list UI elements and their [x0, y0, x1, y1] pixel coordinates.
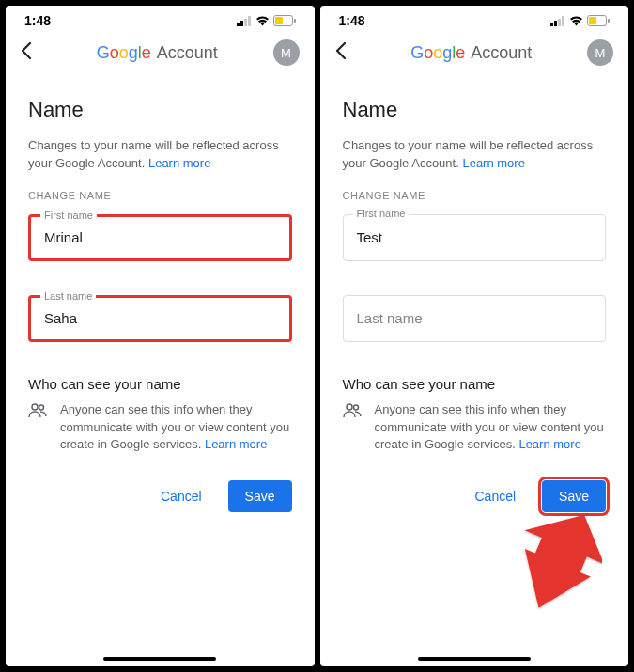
cancel-button[interactable]: Cancel	[151, 481, 211, 511]
who-row: Anyone can see this info when they commu…	[28, 401, 292, 455]
svg-rect-11	[558, 19, 561, 26]
last-name-field[interactable]: Last name	[28, 295, 292, 342]
page-description: Changes to your name will be reflected a…	[343, 137, 607, 173]
who-learn-more-link[interactable]: Learn more	[518, 437, 580, 451]
first-name-label: First name	[40, 210, 97, 221]
status-bar: 1:48	[320, 6, 629, 32]
svg-rect-0	[237, 23, 240, 26]
status-time: 1:48	[24, 13, 51, 28]
signal-icon	[237, 16, 252, 26]
brand-title: Google Account	[356, 43, 588, 63]
battery-icon	[273, 15, 296, 26]
content: Name Changes to your name will be reflec…	[6, 75, 315, 512]
svg-rect-6	[294, 19, 296, 23]
actions: Cancel Save	[343, 480, 607, 512]
wifi-icon	[569, 16, 583, 26]
status-time: 1:48	[339, 13, 365, 28]
svg-rect-10	[554, 21, 557, 26]
back-button[interactable]	[21, 42, 41, 63]
page-title: Name	[343, 98, 607, 122]
brand-title: Google Account	[41, 43, 273, 63]
home-indicator	[103, 657, 216, 661]
svg-point-16	[347, 404, 352, 410]
section-label: CHANGE NAME	[343, 190, 607, 201]
status-icons	[550, 15, 610, 26]
svg-rect-9	[550, 23, 553, 26]
learn-more-link[interactable]: Learn more	[462, 156, 524, 170]
save-button[interactable]: Save	[228, 480, 292, 512]
pointer-arrow-icon	[508, 508, 602, 612]
actions: Cancel Save	[28, 480, 292, 512]
signal-icon	[550, 16, 565, 26]
svg-point-8	[39, 405, 44, 410]
last-name-label: Last name	[40, 290, 96, 302]
who-learn-more-link[interactable]: Learn more	[205, 437, 267, 451]
avatar[interactable]: M	[273, 39, 300, 66]
back-button[interactable]	[335, 42, 356, 63]
app-header: Google Account M	[320, 32, 629, 75]
cancel-button[interactable]: Cancel	[465, 481, 525, 511]
page-title: Name	[28, 98, 292, 122]
svg-marker-18	[508, 508, 602, 612]
home-indicator	[418, 657, 531, 661]
svg-point-17	[353, 405, 358, 410]
battery-icon	[587, 15, 610, 26]
first-name-field[interactable]: First name	[343, 214, 607, 261]
people-icon	[343, 401, 363, 455]
first-name-input[interactable]	[357, 229, 593, 245]
chevron-left-icon	[21, 42, 32, 59]
status-bar: 1:48	[6, 6, 315, 32]
content: Name Changes to your name will be reflec…	[320, 75, 629, 512]
last-name-input[interactable]	[44, 310, 276, 326]
chevron-left-icon	[335, 42, 347, 59]
svg-rect-12	[562, 16, 564, 26]
phone-right: 1:48 Google Account M Name Changes to yo…	[320, 6, 629, 666]
svg-rect-15	[608, 19, 610, 23]
who-text: Anyone can see this info when they commu…	[60, 401, 292, 455]
status-icons	[237, 15, 296, 26]
avatar[interactable]: M	[587, 39, 613, 66]
save-button[interactable]: Save	[542, 480, 606, 512]
last-name-input[interactable]	[357, 310, 593, 326]
last-name-field[interactable]	[343, 295, 607, 342]
phone-left: 1:48 Google Account M Name Changes to yo…	[6, 6, 315, 666]
people-icon	[28, 401, 49, 455]
first-name-input[interactable]	[44, 229, 276, 245]
page-description: Changes to your name will be reflected a…	[28, 137, 292, 173]
first-name-label: First name	[353, 208, 410, 219]
svg-rect-2	[244, 19, 247, 26]
svg-point-7	[32, 404, 38, 410]
learn-more-link[interactable]: Learn more	[148, 156, 210, 170]
who-text: Anyone can see this info when they commu…	[375, 401, 607, 455]
svg-rect-5	[275, 17, 283, 24]
first-name-field[interactable]: First name	[28, 214, 292, 261]
who-title: Who can see your name	[343, 376, 607, 392]
who-title: Who can see your name	[28, 376, 292, 392]
section-label: CHANGE NAME	[28, 190, 292, 201]
svg-rect-14	[589, 17, 596, 24]
app-header: Google Account M	[6, 32, 315, 75]
svg-rect-1	[240, 21, 243, 26]
svg-rect-3	[248, 16, 251, 26]
who-row: Anyone can see this info when they commu…	[343, 401, 607, 455]
wifi-icon	[255, 16, 270, 26]
